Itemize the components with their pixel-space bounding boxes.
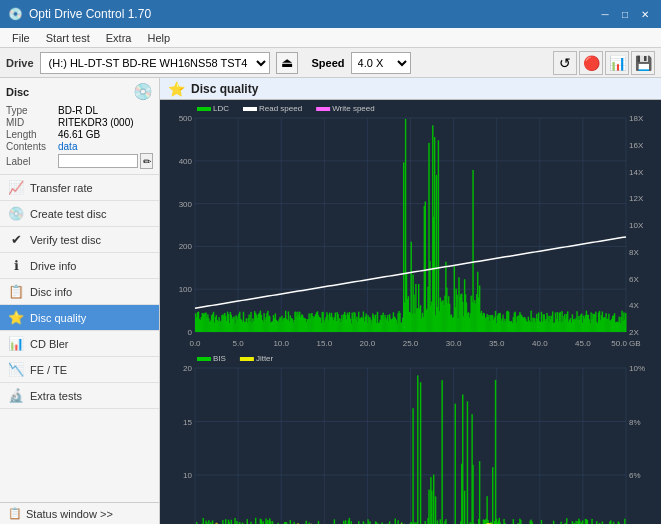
- length-label: Length: [6, 129, 58, 140]
- drive-select[interactable]: (H:) HL-DT-ST BD-RE WH16NS58 TST4: [40, 52, 270, 74]
- content-header: ⭐ Disc quality: [160, 78, 661, 100]
- mid-value: RITEKDR3 (000): [58, 117, 134, 128]
- sidebar-item-transfer-rate[interactable]: 📈 Transfer rate: [0, 175, 159, 201]
- sidebar-item-disc-quality[interactable]: ⭐ Disc quality: [0, 305, 159, 331]
- content-header-icon: ⭐: [168, 81, 185, 97]
- close-button[interactable]: ✕: [637, 6, 653, 22]
- label-edit-button[interactable]: ✏: [140, 153, 153, 169]
- sidebar-item-disc-info[interactable]: 📋 Disc info: [0, 279, 159, 305]
- transfer-rate-icon: 📈: [8, 180, 24, 196]
- app-icon: 💿: [8, 7, 23, 21]
- sidebar-label-disc-info: Disc info: [30, 286, 72, 298]
- disc-quality-icon: ⭐: [8, 310, 24, 326]
- sidebar-item-drive-info[interactable]: ℹ Drive info: [0, 253, 159, 279]
- sidebar-label-create-test-disc: Create test disc: [30, 208, 106, 220]
- menu-start-test[interactable]: Start test: [38, 30, 98, 46]
- label-input[interactable]: [58, 154, 138, 168]
- disc-info-icon: 📋: [8, 284, 24, 300]
- main-layout: Disc 💿 Type BD-R DL MID RITEKDR3 (000) L…: [0, 78, 661, 524]
- toolbar-icons: ↺ 🔴 📊 💾: [553, 51, 655, 75]
- speed-select[interactable]: 4.0 X 1.0 X 2.0 X 8.0 X Max: [351, 52, 411, 74]
- eject-button[interactable]: ⏏: [276, 52, 298, 74]
- sidebar-item-fe-te[interactable]: 📉 FE / TE: [0, 357, 159, 383]
- maximize-button[interactable]: □: [617, 6, 633, 22]
- charts-area: [160, 100, 661, 524]
- create-test-disc-icon: 💿: [8, 206, 24, 222]
- chart-button[interactable]: 📊: [605, 51, 629, 75]
- sidebar-label-fe-te: FE / TE: [30, 364, 67, 376]
- disc-panel: Disc 💿 Type BD-R DL MID RITEKDR3 (000) L…: [0, 78, 159, 175]
- title-bar-title: 💿 Opti Drive Control 1.70: [8, 7, 151, 21]
- sidebar-item-verify-test-disc[interactable]: ✔ Verify test disc: [0, 227, 159, 253]
- menu-bar: File Start test Extra Help: [0, 28, 661, 48]
- nav-items: 📈 Transfer rate 💿 Create test disc ✔ Ver…: [0, 175, 159, 502]
- drive-label: Drive: [6, 57, 34, 69]
- extra-tests-icon: 🔬: [8, 388, 24, 404]
- content-header-title: Disc quality: [191, 82, 258, 96]
- cd-bler-icon: 📊: [8, 336, 24, 352]
- speed-label: Speed: [312, 57, 345, 69]
- save-button[interactable]: 💾: [631, 51, 655, 75]
- menu-help[interactable]: Help: [139, 30, 178, 46]
- mid-label: MID: [6, 117, 58, 128]
- status-window-icon: 📋: [8, 507, 22, 520]
- title-bar-controls: ─ □ ✕: [597, 6, 653, 22]
- disc-icon: 💿: [133, 82, 153, 101]
- sidebar-item-create-test-disc[interactable]: 💿 Create test disc: [0, 201, 159, 227]
- length-value: 46.61 GB: [58, 129, 100, 140]
- contents-label: Contents: [6, 141, 58, 152]
- status-window-item[interactable]: 📋 Status window >>: [0, 502, 159, 524]
- disc-panel-title: Disc: [6, 86, 29, 98]
- sidebar-label-disc-quality: Disc quality: [30, 312, 86, 324]
- status-window-label: Status window >>: [26, 508, 113, 520]
- sidebar-label-transfer-rate: Transfer rate: [30, 182, 93, 194]
- menu-extra[interactable]: Extra: [98, 30, 140, 46]
- sidebar-label-drive-info: Drive info: [30, 260, 76, 272]
- minimize-button[interactable]: ─: [597, 6, 613, 22]
- label-label: Label: [6, 156, 58, 167]
- type-value: BD-R DL: [58, 105, 98, 116]
- bis-chart: [160, 350, 661, 524]
- sidebar-label-extra-tests: Extra tests: [30, 390, 82, 402]
- fe-te-icon: 📉: [8, 362, 24, 378]
- type-label: Type: [6, 105, 58, 116]
- sidebar: Disc 💿 Type BD-R DL MID RITEKDR3 (000) L…: [0, 78, 160, 524]
- drive-bar: Drive (H:) HL-DT-ST BD-RE WH16NS58 TST4 …: [0, 48, 661, 78]
- drive-info-icon: ℹ: [8, 258, 24, 274]
- content-area: ⭐ Disc quality LDC BIS: [160, 78, 661, 524]
- ldc-chart: [160, 100, 661, 350]
- sidebar-item-extra-tests[interactable]: 🔬 Extra tests: [0, 383, 159, 409]
- sidebar-label-verify-test-disc: Verify test disc: [30, 234, 101, 246]
- settings-button[interactable]: 🔴: [579, 51, 603, 75]
- sidebar-item-cd-bler[interactable]: 📊 CD Bler: [0, 331, 159, 357]
- title-bar: 💿 Opti Drive Control 1.70 ─ □ ✕: [0, 0, 661, 28]
- contents-value: data: [58, 141, 77, 152]
- app-title: Opti Drive Control 1.70: [29, 7, 151, 21]
- refresh-button[interactable]: ↺: [553, 51, 577, 75]
- menu-file[interactable]: File: [4, 30, 38, 46]
- sidebar-label-cd-bler: CD Bler: [30, 338, 69, 350]
- verify-test-disc-icon: ✔: [8, 232, 24, 248]
